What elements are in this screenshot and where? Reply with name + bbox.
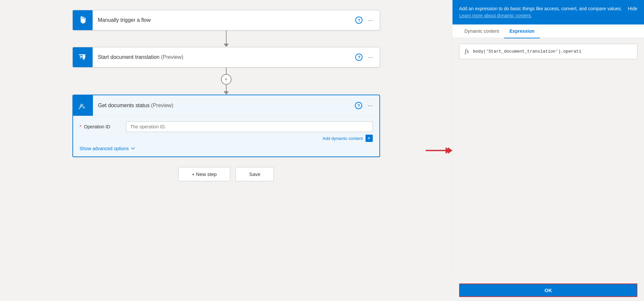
fx-icon: fx [465,48,469,55]
add-line-top [226,67,227,74]
red-arrow-overlay [427,147,452,154]
right-panel: Add an expression to do basic things lik… [452,0,644,301]
operation-id-label: * Operation ID [80,121,119,129]
hide-panel-btn[interactable]: Hide [628,5,637,19]
translate-icon-bg-1: あ a [73,47,93,67]
add-step-btn[interactable]: + [221,74,232,85]
connector-line-1 [226,30,227,44]
connector-arrow-1 [224,44,229,47]
status-icon-bg: あ a [73,95,93,116]
new-step-btn[interactable]: + New step [178,167,230,181]
save-btn[interactable]: Save [236,167,274,181]
trigger-more-btn[interactable]: ··· [366,16,374,25]
tab-dynamic-content[interactable]: Dynamic content [459,24,504,38]
arrow-line [427,150,448,151]
expression-value[interactable]: body('Start_document_translation').opera… [473,49,632,54]
hand-icon [78,15,88,25]
card-status-body: * Operation ID Add dynamic content + Sho… [73,116,379,156]
add-dynamic-plus-btn[interactable]: + [365,135,373,142]
required-asterisk: * [80,124,81,129]
ok-btn[interactable]: OK [459,283,637,297]
status-help-icon[interactable]: ? [355,102,362,109]
panel-body: fx body('Start_document_translation').op… [452,38,644,279]
card-status-header: Get documents status (Preview) [93,95,355,116]
connector-1 [224,30,229,47]
panel-footer: OK [452,279,644,301]
card-status: あ a Get documents status (Preview) ? ··· [72,95,380,157]
add-line-bottom [226,85,227,91]
status-more-btn[interactable]: ··· [366,101,374,110]
translate-icon-1: あ a [78,52,88,62]
card-status-actions: ? ··· [355,95,379,116]
translate-icon-2: あ a [78,101,88,110]
translate-more-btn[interactable]: ··· [366,53,374,62]
chevron-down-icon [131,146,135,151]
operation-id-input[interactable] [126,121,373,132]
translate-help-icon[interactable]: ? [355,54,363,61]
add-connector-arrow [224,91,229,95]
arrow-head [448,147,452,154]
learn-more-link[interactable]: Learn more about dynamic content. [459,13,532,18]
dynamic-content-row: Add dynamic content + [126,135,373,142]
svg-text:a: a [83,106,85,109]
tab-expression[interactable]: Expression [504,24,539,38]
card-status-title: Get documents status (Preview) [98,103,350,108]
trigger-help-icon[interactable]: ? [355,17,363,24]
add-connector: + [221,67,232,95]
card-trigger-header: Manually trigger a flow [93,10,356,30]
operation-id-row: * Operation ID [80,121,373,132]
show-advanced-options[interactable]: Show advanced options [80,146,373,151]
card-translate-title: Start document translation (Preview) [98,54,350,60]
card-trigger-actions: ? ··· [355,10,379,30]
card-trigger-title: Manually trigger a flow [98,17,350,23]
card-trigger: Manually trigger a flow ? ··· [72,10,380,30]
expression-box: fx body('Start_document_translation').op… [459,44,637,59]
svg-text:a: a [83,57,84,61]
bottom-actions: + New step Save [178,167,274,181]
card-translate: あ a Start document translation (Preview)… [72,47,380,67]
card-translate-header: Start document translation (Preview) [93,47,356,67]
main-canvas: Manually trigger a flow ? ··· あ a Start … [0,0,452,301]
panel-header: Add an expression to do basic things lik… [452,0,644,24]
trigger-icon-bg [73,10,93,30]
panel-tabs: Dynamic content Expression [452,24,644,38]
card-translate-actions: ? ··· [355,47,379,67]
panel-header-text: Add an expression to do basic things lik… [459,5,625,19]
add-dynamic-content-link[interactable]: Add dynamic content [322,136,363,141]
